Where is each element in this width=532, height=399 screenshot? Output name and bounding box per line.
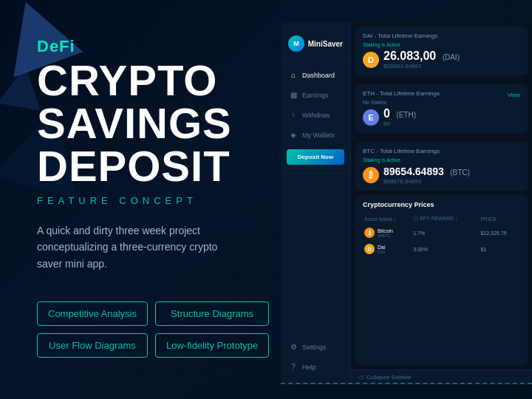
dai-amount-symbol: (DAI) [443,53,460,61]
table-row: ₿ Bitcoin WBTC 1.7% $22,325.75 [364,225,519,240]
deposit-now-button[interactable]: Deposit Now [287,149,344,165]
home-icon: ⌂ [288,71,299,79]
earnings-icon: ▦ [288,91,299,99]
asset-dai: D Dai DAI [364,242,412,256]
nav-dashboard-label: Dashboard [302,72,335,79]
nav-earnings-label: Earnings [302,92,329,99]
sidebar-item-help[interactable]: ? Help [281,357,350,377]
withdraw-icon: ↑ [288,111,299,119]
eth-amount-row-inner: 0 (ETH) [383,107,416,120]
btc-card-title: BTC - Total Lifetime Earnings [363,148,520,154]
btc-amount-row-inner: 89654.64893 (BTC) [383,165,470,178]
eth-amount-block: 0 (ETH) $0 [383,107,416,127]
help-icon: ? [288,363,299,371]
title-line-1: CRYPTO [37,59,266,102]
main-title: CRYPTO SAVINGS DEPOSIT [37,59,266,188]
nav-withdraw-label: Withdraw [302,112,330,119]
col-asset-name: Asset Name ↕ [364,214,412,224]
tags-grid: Competitive Analysis Structure Diagrams … [37,301,266,358]
btc-amount-value: 89654.64893 [383,166,444,177]
app-mockup: M MiniSaver ⌂ Dashboard ▦ Earnings ↑ Wit… [281,22,532,384]
dai-coin-icon: D [363,52,379,68]
settings-icon: ⚙ [288,343,299,351]
nav-wallets-label: My Wallets [302,132,335,139]
btc-staking-status: Staking is Active [363,157,520,163]
background: DeFi CRYPTO SAVINGS DEPOSIT FEATURE CONC… [0,0,532,399]
feature-concept-label: FEATURE CONCEPT [37,195,266,206]
dai-amount-value: 26.083,00 [383,50,436,62]
dai-staking-status: Staking is Active [363,42,520,47]
sidebar-item-wallets[interactable]: ◈ My Wallets [281,125,350,145]
sidebar-logo: M MiniSaver [281,30,350,61]
sidebar-divider [281,173,350,174]
nav-settings-label: Settings [302,344,327,351]
eth-coin-icon: E [363,109,379,126]
collapse-icon: ◁ [358,374,363,381]
prices-title: Cryptocurrency Prices [363,201,520,208]
eth-staking-status: No Stakes [363,100,520,105]
dai-card-title: DAI - Total Lifetime Earnings [363,33,520,39]
btc-sub-amount: $98676.64893 [383,178,470,185]
eth-amount-value: 0 [383,107,390,120]
tag-competitive-analysis[interactable]: Competitive Analysis [37,301,148,326]
btc-table-icon: ₿ [364,228,375,238]
dai-amount-row-inner: 26.083,00 (DAI) [383,50,460,63]
btc-amount-row: ₿ 89654.64893 (BTC) $98676.64893 [363,165,520,185]
description-text: A quick and dirty three week project con… [37,222,236,272]
nav-help-label: Help [302,364,316,371]
dai-amount-block: 26.083,00 (DAI) $26083.64893 [383,50,460,69]
defi-label: DeFi [37,37,266,56]
dai-name-block: Dai DAI [378,245,386,254]
asset-bitcoin: ₿ Bitcoin WBTC [364,225,412,240]
title-line-2: SAVINGS [37,102,266,145]
btc-earnings-card: BTC - Total Lifetime Earnings Staking is… [355,142,528,191]
logo-text: MiniSaver [308,40,343,48]
wallet-icon: ◈ [288,131,299,139]
title-line-3: DEPOSIT [37,145,266,188]
dai-sub-amount: $26083.64893 [383,63,460,69]
sidebar-item-dashboard[interactable]: ⌂ Dashboard [281,65,350,85]
dai-apy: 3.00% [413,242,479,256]
prices-section: Cryptocurrency Prices Asset Name ↕ ⓘ APY… [355,195,528,365]
eth-view-link[interactable]: View [508,92,520,98]
collapse-sidebar-bar[interactable]: ◁ Collapse Sidebar [351,369,532,384]
eth-earnings-card: ETH - Total Lifetime Earnings View No St… [355,84,528,133]
sidebar-item-settings[interactable]: ⚙ Settings [281,337,350,357]
col-price: PRICE [480,214,519,224]
btc-coin-icon: ₿ [363,167,379,183]
sidebar-item-earnings[interactable]: ▦ Earnings [281,85,350,105]
sidebar-bottom: ⚙ Settings ? Help [281,337,350,377]
dai-price: $1 [480,242,519,256]
btc-amount-block: 89654.64893 (BTC) $98676.64893 [383,165,470,185]
left-section: DeFi CRYPTO SAVINGS DEPOSIT FEATURE CONC… [0,0,296,399]
bitcoin-name-block: Bitcoin WBTC [378,228,393,238]
app-main-content: DAI - Total Lifetime Earnings Staking is… [351,22,532,384]
logo-icon: M [288,35,304,52]
table-row: D Dai DAI 3.00% $1 [364,242,519,256]
dai-amount-row: D 26.083,00 (DAI) $26083.64893 [363,50,520,69]
sidebar-item-withdraw[interactable]: ↑ Withdraw [281,105,350,125]
bitcoin-apy: 1.7% [413,225,479,240]
prices-table-header: Asset Name ↕ ⓘ APY REWARD ↕ PRICE [364,214,519,224]
bitcoin-price: $22,325.75 [480,225,519,240]
col-apy-reward: ⓘ APY REWARD ↕ [413,214,479,224]
tag-structure-diagrams[interactable]: Structure Diagrams [155,301,269,326]
eth-sub-amount: $0 [383,120,416,127]
btc-amount-symbol: (BTC) [450,168,470,177]
dai-earnings-card: DAI - Total Lifetime Earnings Staking is… [355,27,528,75]
tag-low-fidelity-prototype[interactable]: Low-fidelity Prototype [155,333,269,358]
tag-user-flow-diagrams[interactable]: User Flow Diagrams [37,333,148,358]
dai-table-icon: D [364,244,375,254]
app-sidebar: M MiniSaver ⌂ Dashboard ▦ Earnings ↑ Wit… [281,22,351,384]
eth-card-header: ETH - Total Lifetime Earnings View [363,90,520,100]
eth-amount-symbol: (ETH) [396,111,416,119]
eth-amount-row: E 0 (ETH) $0 [363,107,520,127]
collapse-label: Collapse Sidebar [366,374,412,381]
prices-table: Asset Name ↕ ⓘ APY REWARD ↕ PRICE ₿ [363,212,520,258]
dashed-line [281,383,532,384]
eth-card-title: ETH - Total Lifetime Earnings [363,90,440,97]
